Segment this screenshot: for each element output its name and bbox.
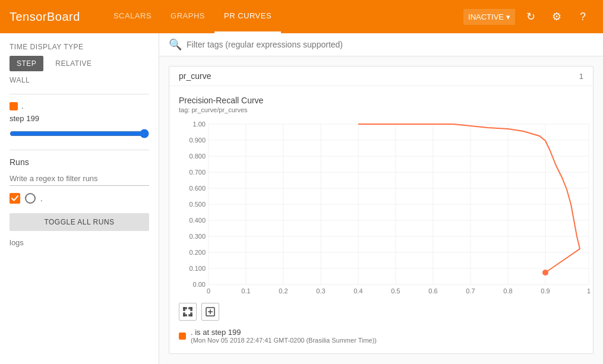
filter-runs-input[interactable] [10,172,149,186]
search-input[interactable] [187,40,593,49]
chart-section-count: 1 [579,72,583,81]
relative-button[interactable]: RELATIVE [48,56,99,71]
svg-text:0.1: 0.1 [241,287,250,295]
chart-body: Precision-Recall Curve tag: pr_curve/pr_… [169,86,593,353]
sidebar: Time Display Type STEP RELATIVE WALL . s… [0,33,159,364]
step-slider-container [10,129,149,140]
svg-text:0.2: 0.2 [279,287,288,295]
divider-2 [10,150,149,150]
svg-text:0.6: 0.6 [428,287,437,295]
svg-text:0.9: 0.9 [541,287,550,295]
search-icon: 🔍 [169,38,182,51]
chart-legend: . is at step 199 (Mon Nov 05 2018 22:47:… [179,328,583,344]
svg-text:0.400: 0.400 [189,217,206,224]
run-name-label: . [40,194,43,203]
inactive-dropdown[interactable]: INACTIVE ▾ [463,9,515,25]
chart-controls [179,303,583,321]
runs-title: Runs [10,157,149,167]
legend-time: (Mon Nov 05 2018 22:47:41 GMT-0200 (Bras… [191,337,377,344]
main-content: 🔍 pr_curve 1 Precision-Recall Curve tag:… [159,33,603,364]
help-button[interactable]: ? [572,6,593,27]
svg-text:1.00: 1.00 [193,121,206,128]
nav-graphs[interactable]: GRAPHS [161,0,214,33]
app-logo: TensorBoard [10,10,80,24]
curve-endpoint [542,270,548,276]
svg-text:0.5: 0.5 [391,287,400,295]
step-button[interactable]: STEP [10,56,43,71]
step-label: step 199 [10,114,149,123]
fit-view-button[interactable] [179,303,197,321]
pr-curve-chart: 1.00 0.900 0.800 0.700 0.600 0.500 0.400… [179,118,593,296]
toggle-all-button[interactable]: TOGGLE ALL RUNS [10,213,149,231]
time-display-row: STEP RELATIVE [10,56,149,71]
run-color-dot [10,102,18,110]
svg-text:0.00: 0.00 [193,281,206,288]
legend-label: . is at step 199 [191,328,377,337]
run-item: . [10,193,149,204]
svg-text:0.300: 0.300 [189,233,206,240]
svg-text:0.7: 0.7 [466,287,475,295]
nav-pr-curves[interactable]: PR CURVES [214,0,281,33]
divider-1 [10,94,149,94]
main-layout: Time Display Type STEP RELATIVE WALL . s… [0,33,603,364]
chart-main-title: Precision-Recall Curve [179,96,583,105]
chart-svg-wrapper: 1.00 0.900 0.800 0.700 0.600 0.500 0.400… [179,118,583,298]
svg-text:0.100: 0.100 [189,265,206,272]
header-right: INACTIVE ▾ ↻ ⚙ ? [463,6,593,27]
pr-curve-line [358,124,580,273]
chart-card-header: pr_curve 1 [169,67,593,86]
svg-text:0.600: 0.600 [189,185,206,192]
svg-text:0.800: 0.800 [189,153,206,160]
zoom-fit-button[interactable] [201,303,219,321]
search-bar: 🔍 [159,33,603,56]
fit-view-icon [183,307,192,316]
step-slider[interactable] [10,129,149,138]
settings-button[interactable]: ⚙ [546,6,567,27]
svg-text:0: 0 [207,287,210,295]
svg-text:1: 1 [587,287,591,295]
svg-text:0.700: 0.700 [189,169,206,176]
run-dot-row: . [10,102,149,110]
logs-label: logs [10,238,149,247]
check-icon [11,195,18,201]
chart-subtitle: tag: pr_curve/pr_curves [179,106,583,113]
run-radio[interactable] [25,193,36,204]
header: TensorBoard SCALARS GRAPHS PR CURVES INA… [0,0,603,33]
svg-text:0.3: 0.3 [316,287,325,295]
main-nav: SCALARS GRAPHS PR CURVES [104,0,463,33]
svg-text:0.900: 0.900 [189,137,206,144]
refresh-button[interactable]: ↻ [520,6,541,27]
run-dot-label: . [21,102,24,110]
chart-section-title: pr_curve [179,71,211,81]
time-display-title: Time Display Type [10,43,149,51]
run-checkbox[interactable] [10,193,20,204]
svg-text:0.500: 0.500 [189,201,206,208]
wall-label: WALL [10,76,149,84]
svg-text:0.8: 0.8 [503,287,512,295]
legend-color-dot [179,333,186,340]
svg-text:0.4: 0.4 [353,287,362,295]
zoom-fit-icon [206,307,215,316]
charts-area: pr_curve 1 Precision-Recall Curve tag: p… [159,56,603,364]
chart-card: pr_curve 1 Precision-Recall Curve tag: p… [169,66,593,354]
svg-text:0.200: 0.200 [189,249,206,256]
nav-scalars[interactable]: SCALARS [104,0,161,33]
legend-info: . is at step 199 (Mon Nov 05 2018 22:47:… [191,328,377,344]
